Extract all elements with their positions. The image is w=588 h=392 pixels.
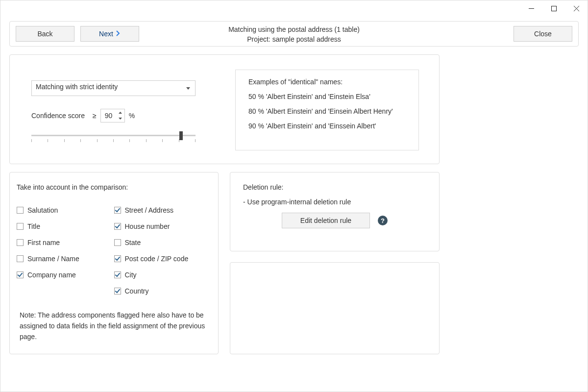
percent-label: % xyxy=(129,112,135,120)
matching-panel: Matching with strict identity Confidence… xyxy=(9,54,440,164)
checkbox-firstname[interactable] xyxy=(17,239,24,246)
close-button-label: Close xyxy=(534,30,552,38)
checkbox-row: Company name xyxy=(17,267,114,283)
chevron-right-icon xyxy=(116,30,121,38)
content-area: Matching with strict identity Confidence… xyxy=(9,54,579,383)
checkbox-city[interactable] xyxy=(114,271,121,278)
window-close-button[interactable] xyxy=(565,0,588,16)
checkbox-state[interactable] xyxy=(114,239,121,246)
next-button[interactable]: Next xyxy=(80,26,139,42)
checkbox-label: Salutation xyxy=(27,206,58,214)
wizard-title-line2: Project: sample postal address xyxy=(228,34,360,44)
comparison-col-left: Salutation Title First name Surname / Na… xyxy=(17,202,114,299)
checkbox-row: Salutation xyxy=(17,202,114,218)
confidence-row: Confidence score ≥ 90 % xyxy=(31,109,222,122)
wizard-header: Back Next Matching using the postal addr… xyxy=(9,21,579,47)
spinner-arrows xyxy=(118,110,123,122)
comparison-heading: Take into account in the comparison: xyxy=(17,183,211,191)
checkbox-street[interactable] xyxy=(114,207,121,214)
checkbox-label: First name xyxy=(27,239,60,246)
confidence-label: Confidence score xyxy=(31,112,85,120)
confidence-spinner[interactable]: 90 xyxy=(100,109,125,122)
deletion-rule-text: - Use program-internal deletion rule xyxy=(243,198,426,206)
edit-deletion-rule-button[interactable]: Edit deletion rule xyxy=(282,213,370,228)
checkbox-row: City xyxy=(114,267,212,283)
slider-ticks xyxy=(31,139,196,142)
checkbox-row: Country xyxy=(114,283,212,299)
maximize-button[interactable] xyxy=(542,0,565,16)
checkbox-company[interactable] xyxy=(17,271,24,278)
examples-box: Examples of "identical" names: 50 % 'Alb… xyxy=(235,70,419,150)
example-row: 80 % 'Albert Einstein' and 'Einsein Albe… xyxy=(248,107,406,115)
edit-deletion-rule-label: Edit deletion rule xyxy=(300,217,351,224)
matching-mode-select[interactable]: Matching with strict identity xyxy=(31,80,196,96)
matching-controls: Matching with strict identity Confidence… xyxy=(31,80,222,145)
checkbox-label: City xyxy=(125,271,137,279)
checkbox-label: Country xyxy=(125,287,149,295)
checkbox-surname[interactable] xyxy=(17,255,24,262)
checkbox-label: Post code / ZIP code xyxy=(125,255,189,263)
examples-heading: Examples of "identical" names: xyxy=(248,78,406,86)
deletion-actions: Edit deletion rule ? xyxy=(243,213,426,228)
help-icon[interactable]: ? xyxy=(378,216,388,225)
checkbox-row: House number xyxy=(114,218,212,234)
comparison-note: Note: The address components flagged her… xyxy=(17,310,211,342)
spinner-down-icon[interactable] xyxy=(118,116,123,122)
checkbox-row: State xyxy=(114,234,212,250)
checkbox-row: Surname / Name xyxy=(17,250,114,267)
spinner-up-icon[interactable] xyxy=(118,110,123,116)
comparison-panel: Take into account in the comparison: Sal… xyxy=(9,172,219,354)
deletion-panel: Deletion rule: - Use program-internal de… xyxy=(230,172,440,251)
checkbox-row: Street / Address xyxy=(114,202,212,218)
checkbox-housenumber[interactable] xyxy=(114,223,121,230)
ge-symbol: ≥ xyxy=(93,112,97,120)
checkbox-row: First name xyxy=(17,234,114,250)
example-row: 50 % 'Albert Einstein' and 'Einstein Els… xyxy=(248,93,406,100)
example-row: 90 % 'Albert Einstein' and 'Einssein Alb… xyxy=(248,122,406,130)
confidence-value: 90 xyxy=(105,112,113,120)
comparison-col-right: Street / Address House number State Post… xyxy=(114,202,212,299)
checkbox-label: Surname / Name xyxy=(27,255,79,263)
checkbox-label: House number xyxy=(125,222,170,230)
confidence-slider[interactable] xyxy=(31,133,196,145)
checkbox-salutation[interactable] xyxy=(17,207,24,214)
back-button-label: Back xyxy=(37,30,52,38)
comparison-columns: Salutation Title First name Surname / Na… xyxy=(17,202,211,299)
deletion-heading: Deletion rule: xyxy=(243,183,426,191)
checkbox-row: Title xyxy=(17,218,114,234)
help-symbol: ? xyxy=(381,217,385,224)
checkbox-country[interactable] xyxy=(114,288,121,294)
checkbox-label: Title xyxy=(27,222,40,230)
empty-panel xyxy=(230,262,440,354)
checkbox-row: Post code / ZIP code xyxy=(114,250,212,267)
minimize-button[interactable] xyxy=(520,0,542,16)
next-button-label: Next xyxy=(99,30,113,38)
checkbox-label: State xyxy=(125,239,141,246)
wizard-title-line1: Matching using the postal address (1 tab… xyxy=(228,24,360,34)
checkbox-label: Company name xyxy=(27,271,76,279)
wizard-title: Matching using the postal address (1 tab… xyxy=(228,24,360,44)
matching-mode-value: Matching with strict identity xyxy=(36,83,118,91)
checkbox-label: Street / Address xyxy=(125,206,174,214)
checkbox-title[interactable] xyxy=(17,223,24,230)
svg-rect-1 xyxy=(551,6,556,11)
dialog-window: Back Next Matching using the postal addr… xyxy=(0,0,588,392)
window-controls xyxy=(520,0,588,16)
close-button[interactable]: Close xyxy=(514,26,572,42)
slider-track xyxy=(31,135,196,136)
back-button[interactable]: Back xyxy=(16,26,74,42)
checkbox-postcode[interactable] xyxy=(114,255,121,262)
